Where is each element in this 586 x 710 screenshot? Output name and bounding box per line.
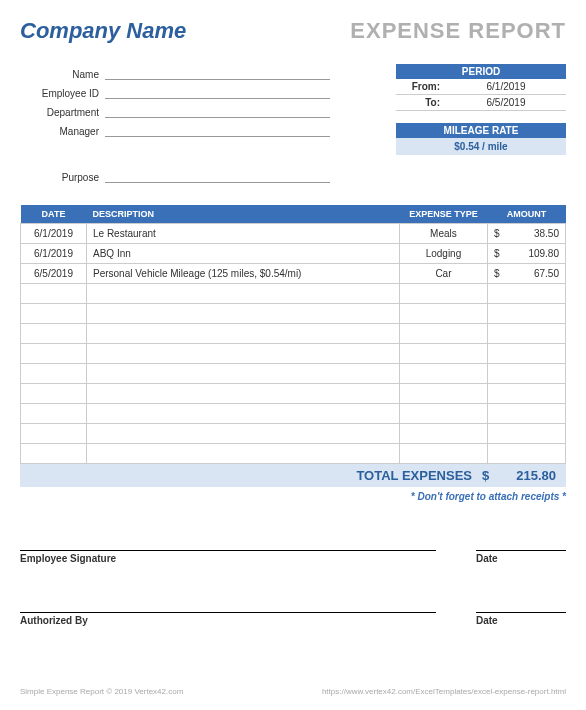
employee-id-input-line [105, 85, 330, 99]
cell-currency: $ [487, 264, 505, 284]
manager-field: Manager [20, 121, 330, 137]
header-date: DATE [21, 205, 87, 224]
employee-id-label: Employee ID [20, 88, 105, 99]
header-amount: AMOUNT [487, 205, 565, 224]
table-row-empty [21, 384, 566, 404]
table-row: 6/1/2019Le RestaurantMeals$38.50 [21, 224, 566, 244]
signature-section: Employee Signature Date Authorized By Da… [20, 550, 566, 626]
cell-amount: 38.50 [506, 224, 566, 244]
total-amount: 215.80 [500, 468, 560, 483]
cell-type: Lodging [399, 244, 487, 264]
cell-date: 6/1/2019 [21, 244, 87, 264]
table-row-empty [21, 304, 566, 324]
purpose-input-line [105, 169, 330, 183]
employee-id-field: Employee ID [20, 83, 330, 99]
cell-description: ABQ Inn [87, 244, 400, 264]
footer: Simple Expense Report © 2019 Vertex42.co… [20, 687, 566, 696]
period-to-label: To: [396, 95, 446, 110]
cell-amount: 109.80 [506, 244, 566, 264]
period-from-value: 6/1/2019 [446, 79, 566, 94]
cell-type: Car [399, 264, 487, 284]
purpose-label: Purpose [20, 172, 105, 183]
cell-currency: $ [487, 224, 505, 244]
department-field: Department [20, 102, 330, 118]
header-description: DESCRIPTION [87, 205, 400, 224]
header-expense-type: EXPENSE TYPE [399, 205, 487, 224]
period-from-label: From: [396, 79, 446, 94]
footer-copyright: Simple Expense Report © 2019 Vertex42.co… [20, 687, 183, 696]
employee-signature-label: Employee Signature [20, 550, 436, 564]
table-row: 6/5/2019Personal Vehicle Mileage (125 mi… [21, 264, 566, 284]
cell-date: 6/5/2019 [21, 264, 87, 284]
expense-table: DATE DESCRIPTION EXPENSE TYPE AMOUNT 6/1… [20, 205, 566, 464]
period-to-row: To: 6/5/2019 [396, 95, 566, 111]
table-row-empty [21, 344, 566, 364]
info-section: Name Employee ID Department Manager PERI… [20, 64, 566, 155]
period-header: PERIOD [396, 64, 566, 79]
purpose-section: Purpose [20, 167, 566, 183]
name-field: Name [20, 64, 330, 80]
name-label: Name [20, 69, 105, 80]
cell-description: Personal Vehicle Mileage (125 miles, $0.… [87, 264, 400, 284]
total-currency: $ [482, 468, 500, 483]
purpose-field: Purpose [20, 167, 330, 183]
table-row-empty [21, 364, 566, 384]
total-row: TOTAL EXPENSES $ 215.80 [20, 464, 566, 487]
cell-date: 6/1/2019 [21, 224, 87, 244]
table-row-empty [21, 404, 566, 424]
cell-type: Meals [399, 224, 487, 244]
employee-signature-row: Employee Signature Date [20, 550, 566, 564]
period-box: PERIOD From: 6/1/2019 To: 6/5/2019 MILEA… [396, 64, 566, 155]
table-row-empty [21, 324, 566, 344]
receipts-note: * Don't forget to attach receipts * [20, 491, 566, 502]
table-row-empty [21, 424, 566, 444]
table-row: 6/1/2019ABQ InnLodging$109.80 [21, 244, 566, 264]
document-title: EXPENSE REPORT [350, 18, 566, 44]
manager-input-line [105, 123, 330, 137]
table-row-empty [21, 284, 566, 304]
footer-url: https://www.vertex42.com/ExcelTemplates/… [322, 687, 566, 696]
table-row-empty [21, 444, 566, 464]
name-input-line [105, 66, 330, 80]
cell-description: Le Restaurant [87, 224, 400, 244]
mileage-value: $0.54 / mile [396, 138, 566, 155]
cell-currency: $ [487, 244, 505, 264]
department-input-line [105, 104, 330, 118]
total-label: TOTAL EXPENSES [26, 468, 482, 483]
employee-signature-date-label: Date [476, 550, 566, 564]
department-label: Department [20, 107, 105, 118]
authorized-signature-row: Authorized By Date [20, 612, 566, 626]
document-header: Company Name EXPENSE REPORT [20, 18, 566, 44]
cell-amount: 67.50 [506, 264, 566, 284]
company-name: Company Name [20, 18, 186, 44]
manager-label: Manager [20, 126, 105, 137]
authorized-by-label: Authorized By [20, 612, 436, 626]
table-header-row: DATE DESCRIPTION EXPENSE TYPE AMOUNT [21, 205, 566, 224]
period-to-value: 6/5/2019 [446, 95, 566, 110]
mileage-header: MILEAGE RATE [396, 123, 566, 138]
period-from-row: From: 6/1/2019 [396, 79, 566, 95]
authorized-date-label: Date [476, 612, 566, 626]
mileage-box: MILEAGE RATE $0.54 / mile [396, 123, 566, 155]
employee-info: Name Employee ID Department Manager [20, 64, 330, 155]
